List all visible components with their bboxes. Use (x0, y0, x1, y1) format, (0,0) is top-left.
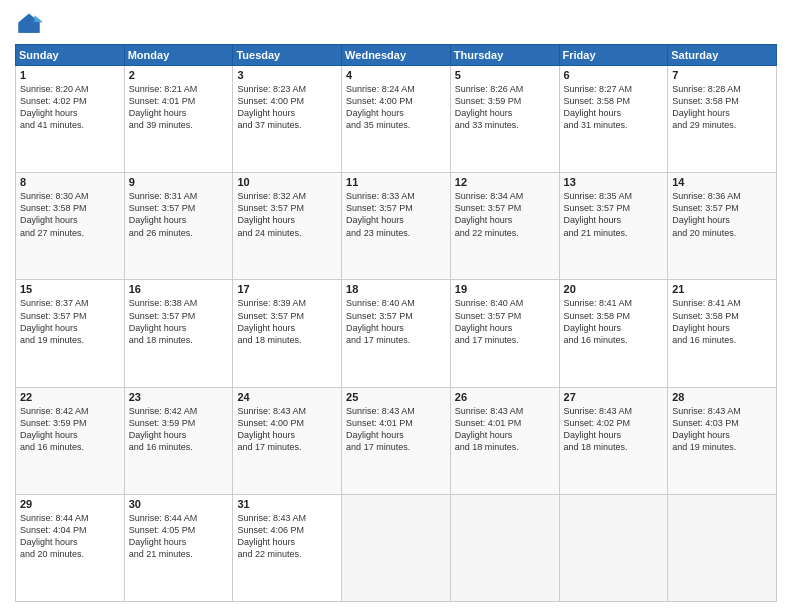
day-cell: 17 Sunrise: 8:39 AM Sunset: 3:57 PM Dayl… (233, 280, 342, 387)
cell-info: Sunrise: 8:33 AM Sunset: 3:57 PM Dayligh… (346, 190, 446, 239)
day-number: 16 (129, 283, 229, 295)
cell-info: Sunrise: 8:26 AM Sunset: 3:59 PM Dayligh… (455, 83, 555, 132)
day-number: 21 (672, 283, 772, 295)
cell-info: Sunrise: 8:43 AM Sunset: 4:01 PM Dayligh… (455, 405, 555, 454)
cell-info: Sunrise: 8:40 AM Sunset: 3:57 PM Dayligh… (346, 297, 446, 346)
cell-info: Sunrise: 8:35 AM Sunset: 3:57 PM Dayligh… (564, 190, 664, 239)
cell-info: Sunrise: 8:41 AM Sunset: 3:58 PM Dayligh… (564, 297, 664, 346)
cell-info: Sunrise: 8:43 AM Sunset: 4:02 PM Dayligh… (564, 405, 664, 454)
day-number: 13 (564, 176, 664, 188)
cell-info: Sunrise: 8:30 AM Sunset: 3:58 PM Dayligh… (20, 190, 120, 239)
day-cell: 25 Sunrise: 8:43 AM Sunset: 4:01 PM Dayl… (342, 387, 451, 494)
day-cell: 20 Sunrise: 8:41 AM Sunset: 3:58 PM Dayl… (559, 280, 668, 387)
day-number: 17 (237, 283, 337, 295)
day-number: 5 (455, 69, 555, 81)
day-number: 8 (20, 176, 120, 188)
day-cell: 4 Sunrise: 8:24 AM Sunset: 4:00 PM Dayli… (342, 66, 451, 173)
svg-marker-1 (34, 15, 43, 22)
day-cell: 29 Sunrise: 8:44 AM Sunset: 4:04 PM Dayl… (16, 494, 125, 601)
logo-icon (15, 10, 43, 38)
day-number: 18 (346, 283, 446, 295)
day-cell: 15 Sunrise: 8:37 AM Sunset: 3:57 PM Dayl… (16, 280, 125, 387)
day-cell: 13 Sunrise: 8:35 AM Sunset: 3:57 PM Dayl… (559, 173, 668, 280)
cell-info: Sunrise: 8:38 AM Sunset: 3:57 PM Dayligh… (129, 297, 229, 346)
week-row-3: 15 Sunrise: 8:37 AM Sunset: 3:57 PM Dayl… (16, 280, 777, 387)
cell-info: Sunrise: 8:37 AM Sunset: 3:57 PM Dayligh… (20, 297, 120, 346)
day-cell: 22 Sunrise: 8:42 AM Sunset: 3:59 PM Dayl… (16, 387, 125, 494)
cell-info: Sunrise: 8:23 AM Sunset: 4:00 PM Dayligh… (237, 83, 337, 132)
cell-info: Sunrise: 8:36 AM Sunset: 3:57 PM Dayligh… (672, 190, 772, 239)
day-cell: 31 Sunrise: 8:43 AM Sunset: 4:06 PM Dayl… (233, 494, 342, 601)
day-number: 26 (455, 391, 555, 403)
day-number: 3 (237, 69, 337, 81)
day-cell: 26 Sunrise: 8:43 AM Sunset: 4:01 PM Dayl… (450, 387, 559, 494)
cell-info: Sunrise: 8:44 AM Sunset: 4:04 PM Dayligh… (20, 512, 120, 561)
svg-rect-2 (19, 22, 40, 33)
cell-info: Sunrise: 8:20 AM Sunset: 4:02 PM Dayligh… (20, 83, 120, 132)
cell-info: Sunrise: 8:43 AM Sunset: 4:01 PM Dayligh… (346, 405, 446, 454)
day-cell: 23 Sunrise: 8:42 AM Sunset: 3:59 PM Dayl… (124, 387, 233, 494)
col-header-tuesday: Tuesday (233, 45, 342, 66)
cell-info: Sunrise: 8:32 AM Sunset: 3:57 PM Dayligh… (237, 190, 337, 239)
day-cell (342, 494, 451, 601)
cell-info: Sunrise: 8:39 AM Sunset: 3:57 PM Dayligh… (237, 297, 337, 346)
day-cell: 24 Sunrise: 8:43 AM Sunset: 4:00 PM Dayl… (233, 387, 342, 494)
week-row-2: 8 Sunrise: 8:30 AM Sunset: 3:58 PM Dayli… (16, 173, 777, 280)
week-row-5: 29 Sunrise: 8:44 AM Sunset: 4:04 PM Dayl… (16, 494, 777, 601)
cell-info: Sunrise: 8:27 AM Sunset: 3:58 PM Dayligh… (564, 83, 664, 132)
day-number: 4 (346, 69, 446, 81)
day-number: 22 (20, 391, 120, 403)
day-cell (668, 494, 777, 601)
cell-info: Sunrise: 8:43 AM Sunset: 4:06 PM Dayligh… (237, 512, 337, 561)
day-cell: 8 Sunrise: 8:30 AM Sunset: 3:58 PM Dayli… (16, 173, 125, 280)
day-number: 27 (564, 391, 664, 403)
day-cell: 30 Sunrise: 8:44 AM Sunset: 4:05 PM Dayl… (124, 494, 233, 601)
day-cell: 2 Sunrise: 8:21 AM Sunset: 4:01 PM Dayli… (124, 66, 233, 173)
cell-info: Sunrise: 8:28 AM Sunset: 3:58 PM Dayligh… (672, 83, 772, 132)
header (15, 10, 777, 38)
calendar-table: SundayMondayTuesdayWednesdayThursdayFrid… (15, 44, 777, 602)
day-number: 28 (672, 391, 772, 403)
day-cell: 1 Sunrise: 8:20 AM Sunset: 4:02 PM Dayli… (16, 66, 125, 173)
cell-info: Sunrise: 8:43 AM Sunset: 4:03 PM Dayligh… (672, 405, 772, 454)
col-header-monday: Monday (124, 45, 233, 66)
day-cell: 9 Sunrise: 8:31 AM Sunset: 3:57 PM Dayli… (124, 173, 233, 280)
cell-info: Sunrise: 8:43 AM Sunset: 4:00 PM Dayligh… (237, 405, 337, 454)
day-number: 12 (455, 176, 555, 188)
cell-info: Sunrise: 8:44 AM Sunset: 4:05 PM Dayligh… (129, 512, 229, 561)
header-row: SundayMondayTuesdayWednesdayThursdayFrid… (16, 45, 777, 66)
day-cell: 7 Sunrise: 8:28 AM Sunset: 3:58 PM Dayli… (668, 66, 777, 173)
day-number: 1 (20, 69, 120, 81)
day-cell: 27 Sunrise: 8:43 AM Sunset: 4:02 PM Dayl… (559, 387, 668, 494)
day-number: 29 (20, 498, 120, 510)
col-header-thursday: Thursday (450, 45, 559, 66)
day-number: 14 (672, 176, 772, 188)
week-row-4: 22 Sunrise: 8:42 AM Sunset: 3:59 PM Dayl… (16, 387, 777, 494)
day-cell: 14 Sunrise: 8:36 AM Sunset: 3:57 PM Dayl… (668, 173, 777, 280)
day-cell: 6 Sunrise: 8:27 AM Sunset: 3:58 PM Dayli… (559, 66, 668, 173)
col-header-sunday: Sunday (16, 45, 125, 66)
day-number: 10 (237, 176, 337, 188)
day-cell: 18 Sunrise: 8:40 AM Sunset: 3:57 PM Dayl… (342, 280, 451, 387)
day-number: 11 (346, 176, 446, 188)
day-number: 2 (129, 69, 229, 81)
day-cell: 19 Sunrise: 8:40 AM Sunset: 3:57 PM Dayl… (450, 280, 559, 387)
col-header-saturday: Saturday (668, 45, 777, 66)
day-cell: 3 Sunrise: 8:23 AM Sunset: 4:00 PM Dayli… (233, 66, 342, 173)
day-number: 19 (455, 283, 555, 295)
cell-info: Sunrise: 8:31 AM Sunset: 3:57 PM Dayligh… (129, 190, 229, 239)
day-number: 30 (129, 498, 229, 510)
cell-info: Sunrise: 8:40 AM Sunset: 3:57 PM Dayligh… (455, 297, 555, 346)
cell-info: Sunrise: 8:24 AM Sunset: 4:00 PM Dayligh… (346, 83, 446, 132)
day-number: 6 (564, 69, 664, 81)
day-cell: 5 Sunrise: 8:26 AM Sunset: 3:59 PM Dayli… (450, 66, 559, 173)
day-number: 20 (564, 283, 664, 295)
day-cell: 16 Sunrise: 8:38 AM Sunset: 3:57 PM Dayl… (124, 280, 233, 387)
day-cell: 21 Sunrise: 8:41 AM Sunset: 3:58 PM Dayl… (668, 280, 777, 387)
day-cell: 10 Sunrise: 8:32 AM Sunset: 3:57 PM Dayl… (233, 173, 342, 280)
week-row-1: 1 Sunrise: 8:20 AM Sunset: 4:02 PM Dayli… (16, 66, 777, 173)
cell-info: Sunrise: 8:21 AM Sunset: 4:01 PM Dayligh… (129, 83, 229, 132)
cell-info: Sunrise: 8:34 AM Sunset: 3:57 PM Dayligh… (455, 190, 555, 239)
cell-info: Sunrise: 8:42 AM Sunset: 3:59 PM Dayligh… (129, 405, 229, 454)
day-cell: 11 Sunrise: 8:33 AM Sunset: 3:57 PM Dayl… (342, 173, 451, 280)
